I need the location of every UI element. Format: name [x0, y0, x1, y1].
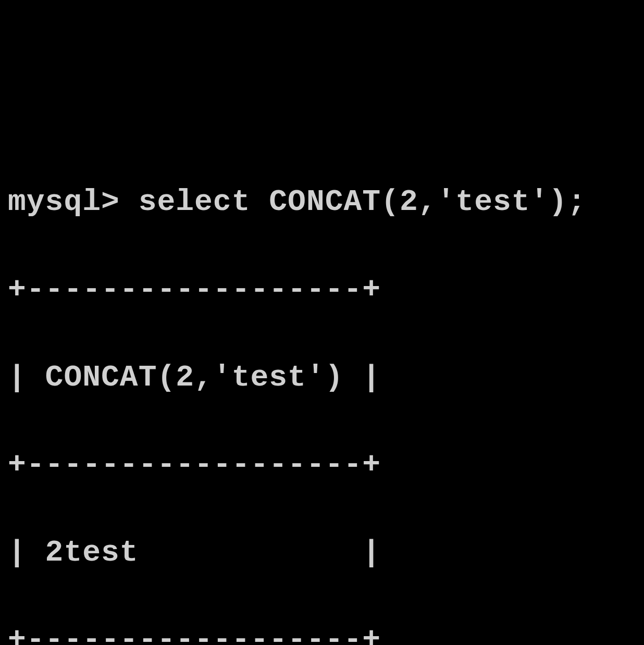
- table-border: +------------------+: [8, 618, 636, 645]
- table-border: +------------------+: [8, 268, 636, 312]
- table-border: +------------------+: [8, 443, 636, 487]
- table-row: | 2test |: [8, 531, 636, 575]
- table-header: | CONCAT(2,'test') |: [8, 356, 636, 400]
- terminal-prompt-line: mysql> select CONCAT(2,'test');: [8, 180, 636, 224]
